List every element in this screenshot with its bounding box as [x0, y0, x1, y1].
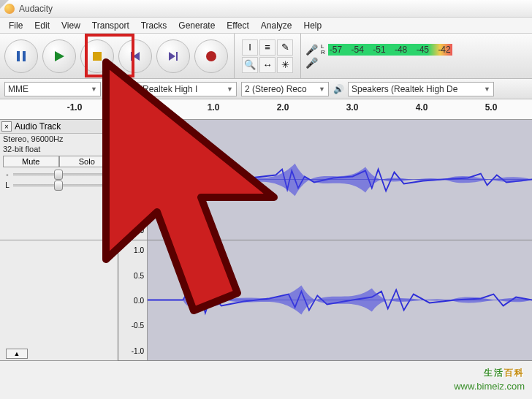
timeline-label: 2.0 [277, 102, 289, 113]
svg-rect-4 [131, 52, 132, 61]
selection-tool-icon[interactable]: I [242, 39, 258, 56]
gain-min-label: - [4, 170, 10, 178]
track-format-line1: Stereo, 96000Hz [0, 134, 118, 144]
mic-lr-label: LR [321, 44, 325, 56]
vertical-scale: 1.0 0.5 0.0 -0.5 -1.0 [118, 240, 148, 360]
chevron-down-icon: ▼ [110, 123, 116, 130]
svg-rect-1 [23, 51, 26, 61]
watermark: 生活百科 www.bimeiz.com [454, 357, 525, 392]
selection-toolbox: I ≡ ✎ 🔍 ↔ ✳ [235, 34, 301, 78]
vscale-label: 0.0 [134, 176, 144, 184]
skip-start-button[interactable] [118, 39, 152, 73]
transport-controls [4, 34, 235, 78]
pan-right-label: R [107, 181, 113, 189]
menu-tracks[interactable]: Tracks [135, 19, 173, 32]
audio-track-right: ▲ 1.0 0.5 0.0 -0.5 -1.0 [0, 240, 532, 361]
mute-button[interactable]: Mute [3, 156, 59, 167]
menu-view[interactable]: View [56, 19, 86, 32]
waveform-display[interactable] [148, 240, 532, 360]
svg-rect-0 [17, 51, 20, 61]
meter-tick: -51 [373, 45, 385, 55]
device-toolbar: MME▼ 🎤 Mix (Realtek High I▼ 2 (Stereo) R… [0, 79, 532, 99]
meter-area: 🎤 LR -57 -54 -51 -48 -45 -42 🎤 [301, 44, 457, 69]
mic-device-icon: 🎤 [105, 84, 115, 94]
meter-tick: -45 [417, 45, 429, 55]
pan-slider[interactable]: L R [4, 181, 113, 189]
track-format-line2: 32-bit float [0, 144, 118, 154]
chevron-down-icon: ▼ [484, 86, 490, 93]
window-title: Audacity [19, 4, 53, 14]
envelope-tool-icon[interactable]: ≡ [259, 39, 276, 56]
gain-thumb[interactable] [54, 170, 63, 180]
vscale-label: 0.5 [134, 151, 144, 159]
playback-device-combo[interactable]: Speakers (Realtek High De▼ [348, 82, 494, 96]
track-close-button[interactable]: × [1, 121, 12, 132]
svg-marker-5 [133, 52, 140, 61]
meter-ticks: -57 -54 -51 -48 -45 -42 [328, 44, 452, 56]
waveform-display[interactable] [148, 120, 532, 240]
timeline-label: 5.0 [485, 102, 498, 113]
multi-tool-icon[interactable]: ✳ [277, 57, 293, 73]
recording-channels-label: 2 (Stereo) Reco [245, 84, 307, 94]
timeline-label: -1.0 [67, 102, 83, 113]
waveform-channel-left: 1.0 0.5 0.0 -0.5 -1.0 [118, 120, 532, 240]
watermark-text-1: 生活 [484, 368, 504, 378]
play-button[interactable] [42, 39, 76, 73]
vscale-label: 1.0 [134, 126, 144, 134]
mic-icon: 🎤 [305, 44, 318, 56]
chevron-down-icon: ▼ [319, 86, 325, 93]
recording-device-combo[interactable]: Mix (Realtek High I▼ [120, 82, 237, 96]
vscale-label: 1.0 [134, 246, 144, 254]
recording-meter[interactable]: -57 -54 -51 -48 -45 -42 [328, 44, 452, 56]
draw-tool-icon[interactable]: ✎ [277, 39, 293, 56]
vscale-label: 0.0 [134, 297, 144, 305]
titlebar: Audacity [0, 0, 532, 18]
menu-edit[interactable]: Edit [28, 19, 56, 32]
chevron-down-icon: ▼ [91, 86, 97, 93]
recording-channels-combo[interactable]: 2 (Stereo) Reco▼ [241, 82, 329, 96]
meter-tick: -48 [395, 45, 407, 55]
gain-slider[interactable]: - + [4, 170, 113, 178]
menu-file[interactable]: File [3, 19, 28, 32]
timeline-spacer [0, 99, 118, 119]
menu-generate[interactable]: Generate [172, 19, 221, 32]
vertical-scale: 1.0 0.5 0.0 -0.5 -1.0 [118, 120, 148, 240]
solo-button[interactable]: Solo [59, 156, 115, 167]
recording-device-label: Mix (Realtek High I [123, 84, 197, 94]
vscale-label: -0.5 [132, 201, 144, 209]
pause-button[interactable] [4, 39, 38, 73]
track-control-panel-collapsed: ▲ [0, 240, 118, 361]
record-button[interactable] [194, 39, 228, 73]
track-name-dropdown[interactable]: Audio Track ▼ [13, 121, 118, 132]
menu-transport[interactable]: Transport [86, 19, 135, 32]
watermark-url: www.bimeiz.com [454, 381, 525, 392]
stop-button[interactable] [80, 39, 114, 73]
timeline-label: 4.0 [416, 102, 428, 113]
vscale-label: -0.5 [132, 322, 144, 330]
audio-host-label: MME [8, 84, 28, 94]
timeshift-tool-icon[interactable]: ↔ [259, 57, 276, 73]
vscale-label: 0.5 [134, 271, 144, 279]
pan-thumb[interactable] [54, 180, 63, 191]
timeline[interactable]: -1.00.01.02.03.04.05.0 [0, 99, 532, 120]
svg-rect-3 [93, 52, 102, 61]
svg-rect-6 [176, 52, 178, 61]
menu-analyze[interactable]: Analyze [255, 19, 298, 32]
audio-host-combo[interactable]: MME▼ [4, 82, 101, 96]
mic-icon-2: 🎤 [305, 57, 318, 69]
zoom-tool-icon[interactable]: 🔍 [242, 57, 258, 73]
watermark-text-2: 百科 [504, 368, 525, 378]
vscale-label: -1.0 [132, 226, 144, 234]
chevron-down-icon: ▼ [227, 86, 233, 93]
svg-point-8 [206, 51, 216, 61]
menu-effect[interactable]: Effect [221, 19, 254, 32]
menu-help[interactable]: Help [298, 19, 328, 32]
svg-marker-2 [55, 51, 64, 61]
playback-device-label: Speakers (Realtek High De [352, 84, 457, 94]
playhead[interactable] [143, 99, 145, 110]
meter-tick: -57 [330, 45, 342, 55]
svg-marker-7 [169, 52, 175, 61]
timeline-label: 1.0 [208, 102, 220, 113]
skip-end-button[interactable] [156, 39, 190, 73]
track-collapse-button[interactable]: ▲ [6, 349, 28, 359]
